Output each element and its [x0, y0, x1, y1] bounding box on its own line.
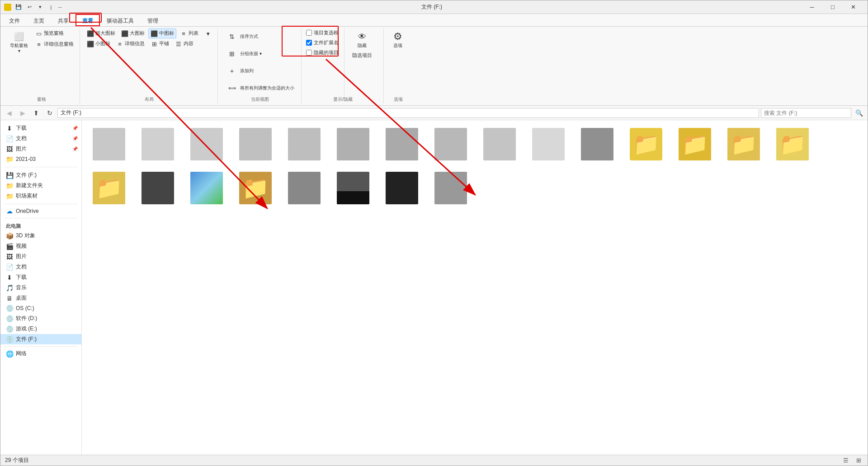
sidebar-item-network[interactable]: 🌐 网络	[0, 348, 81, 359]
sidebar-item-2021[interactable]: 📁 2021-03	[0, 154, 81, 164]
nav-pane-btn[interactable]: ⬜ 导航窗格▾	[7, 28, 31, 56]
file-item-dark[interactable]	[135, 169, 180, 209]
sidebar-item-d-drive[interactable]: 💿 软件 (D:)	[0, 313, 81, 324]
btn-expand-icon[interactable]: ▾	[202, 28, 214, 38]
btn-large-icon[interactable]: ⬛ 大图标	[119, 28, 147, 38]
file-item[interactable]	[135, 125, 180, 165]
file-item-black[interactable]	[379, 169, 425, 209]
file-item[interactable]	[477, 125, 522, 165]
btn-small-icon[interactable]: ⬛ 小图标	[85, 39, 113, 49]
folder-item-2[interactable]: 📁	[672, 125, 717, 165]
qa-dropdown-btn[interactable]: ▾	[36, 3, 45, 12]
qa-save-btn[interactable]: 💾	[14, 3, 23, 12]
hidden-items-input[interactable]	[306, 50, 312, 56]
sidebar-item-downloads[interactable]: ⬇ 下载 📌	[0, 123, 81, 133]
content-icon-icon: ☰	[175, 40, 182, 47]
add-columns-btn[interactable]: + 添加列	[222, 63, 257, 79]
file-item[interactable]	[330, 125, 376, 165]
options-group-label: 选项	[385, 96, 412, 103]
details-pane-btn[interactable]: ≡ 详细信息窗格	[33, 39, 76, 49]
sidebar-item-pc-pictures[interactable]: 🖼 图片	[0, 251, 81, 262]
close-btn[interactable]: ✕	[843, 0, 864, 14]
tab-file[interactable]: 文件	[2, 14, 27, 26]
file-item-gray[interactable]	[282, 169, 327, 209]
file-item[interactable]	[233, 125, 278, 165]
preview-pane-btn[interactable]: ▭ 预览窗格	[33, 28, 76, 38]
e-drive-icon: 💿	[6, 325, 13, 333]
btn-tile-icon[interactable]: ⊞ 平铺	[148, 39, 171, 49]
minimize-btn[interactable]: ─	[802, 0, 822, 14]
tab-manage[interactable]: 管理	[141, 14, 165, 26]
sidebar-item-f-drive-main[interactable]: 💿 文件 (F:)	[0, 334, 81, 344]
tab-share[interactable]: 共享	[51, 14, 75, 26]
sidebar-item-c-drive[interactable]: 💿 OS (C:)	[0, 303, 81, 313]
sidebar-item-new-folder[interactable]: 📁 新建文件夹	[0, 180, 81, 191]
tab-drive-tools[interactable]: 驱动器工具	[100, 14, 141, 26]
file-item[interactable]	[575, 125, 620, 165]
sidebar-item-f-drive[interactable]: 💾 文件 (F:)	[0, 170, 81, 180]
nav-path-bar[interactable]: 文件 (F:)	[57, 108, 759, 118]
qa-undo-btn[interactable]: ↩	[25, 3, 34, 12]
show-hide-group-label: 显示/隐藏	[302, 96, 383, 103]
statusbar-grid-view-btn[interactable]: ⊞	[854, 456, 863, 465]
maximize-btn[interactable]: □	[822, 0, 843, 14]
group-by-btn[interactable]: ⊞ 分组依据 ▾	[222, 46, 265, 62]
nav-forward-btn[interactable]: ▶	[17, 107, 28, 119]
nav-back-btn[interactable]: ◀	[3, 107, 15, 119]
file-item[interactable]	[282, 125, 327, 165]
sidebar-item-pictures[interactable]: 🖼 图片 📌	[0, 144, 81, 154]
nav-pane-icon: ⬜	[13, 30, 25, 43]
nav-search-btn[interactable]: 🔍	[853, 107, 865, 119]
file-ext-row[interactable]: 文件扩展名	[306, 38, 339, 47]
file-item-lightgray[interactable]	[428, 169, 473, 209]
file-item[interactable]	[428, 125, 473, 165]
hidden-items-row[interactable]: 隐藏的项目	[306, 48, 339, 57]
item-checkbox-input[interactable]	[306, 30, 312, 36]
sidebar-item-pc-downloads[interactable]: ⬇ 下载	[0, 272, 81, 282]
sidebar-item-e-drive[interactable]: 💿 游戏 (E:)	[0, 324, 81, 334]
file-item-darkgray[interactable]	[330, 169, 376, 209]
btn-medium-icon[interactable]: ⬛ 中图标	[148, 28, 176, 38]
folder-item-6[interactable]: 📁	[233, 169, 278, 209]
btn-detail-icon[interactable]: ≡ 详细信息	[114, 39, 147, 49]
btn-huge-icon[interactable]: ⬛ 超大图标	[85, 28, 118, 38]
divider2	[4, 204, 78, 204]
btn-content-icon[interactable]: ☰ 内容	[173, 39, 196, 49]
sidebar-item-docs[interactable]: 📄 文档 📌	[0, 133, 81, 144]
fit-columns-btn[interactable]: ⟺ 将所有列调整为合适的大小	[222, 80, 297, 96]
file-item[interactable]	[379, 125, 425, 165]
file-item[interactable]	[526, 125, 571, 165]
sidebar-item-3d[interactable]: 📦 3D 对象	[0, 231, 81, 241]
nav-refresh-btn[interactable]: ↻	[44, 107, 56, 119]
sidebar-item-video[interactable]: 🎬 视频	[0, 241, 81, 251]
folder-thumb-2: 📁	[679, 128, 711, 160]
sidebar-item-music[interactable]: 🎵 音乐	[0, 282, 81, 293]
btn-list-icon[interactable]: ≡ 列表	[178, 28, 201, 38]
tab-home[interactable]: 主页	[27, 14, 51, 26]
folder-item-4[interactable]: 📁	[770, 125, 815, 165]
nav-up-btn[interactable]: ⬆	[30, 107, 42, 119]
file-item[interactable]	[86, 125, 132, 165]
folder-item-1[interactable]: 📁	[623, 125, 669, 165]
sidebar-item-onedrive[interactable]: ☁ OneDrive	[0, 206, 81, 216]
sidebar-item-pc-docs[interactable]: 📄 文档	[0, 262, 81, 272]
folder-item-3[interactable]: 📁	[721, 125, 766, 165]
sidebar-item-desktop[interactable]: 🖥 桌面	[0, 293, 81, 303]
statusbar-list-view-btn[interactable]: ☰	[841, 456, 850, 465]
nav-search-input[interactable]	[761, 108, 851, 118]
video-icon: 🎬	[6, 243, 13, 250]
folder-item-5[interactable]: 📁	[86, 169, 132, 209]
hide-btn[interactable]: 👁 隐藏	[350, 28, 374, 50]
pictures-icon: 🖼	[6, 146, 13, 153]
tab-view[interactable]: 查看	[75, 14, 100, 26]
file-item[interactable]	[184, 125, 229, 165]
options-btn[interactable]: ⚙ 选项	[388, 28, 407, 50]
file-item-blue[interactable]	[184, 169, 229, 209]
statusbar-item-count: 29 个项目	[5, 457, 29, 464]
item-checkbox-row[interactable]: 项目复选框	[306, 28, 339, 37]
hide-selected-btn[interactable]: 隐选项目	[350, 51, 374, 60]
file-ext-input[interactable]	[306, 40, 312, 46]
current-view-group-label: 当前视图	[219, 96, 301, 103]
sort-by-btn[interactable]: ⇅ 排序方式	[222, 28, 261, 45]
sidebar-item-work[interactable]: 📁 职场素材	[0, 191, 81, 201]
